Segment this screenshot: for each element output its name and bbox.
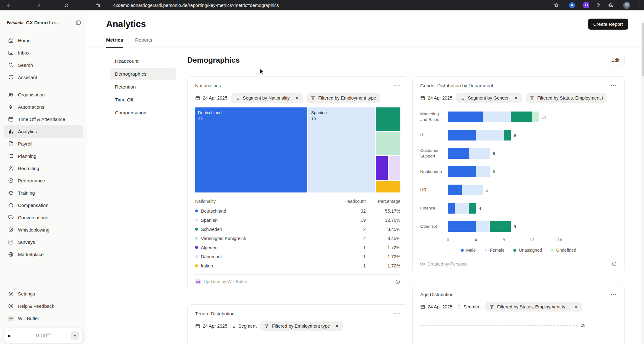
subnav-item-headcount[interactable]: Headcount [110,55,176,67]
bar-segment-female[interactable] [476,221,490,232]
browser-back-button[interactable] [5,1,13,9]
bar-segment-male[interactable] [448,166,476,177]
sidebar-item-whistleblowing[interactable]: Whistleblowing [4,224,83,236]
bar-segment-unassigned[interactable] [469,203,476,214]
remove-segment-button[interactable]: ✕ [295,95,299,100]
info-button[interactable] [612,261,617,267]
remove-filter-button[interactable]: ✕ [574,304,578,309]
sidebar-item-organisation[interactable]: Organisation [4,89,83,101]
extension-1password-button[interactable] [568,1,576,9]
location-pin-button[interactable] [594,1,602,9]
bar-segment-female[interactable] [483,112,511,122]
sidebar-item-time-off-attendance[interactable]: Time Off & Attendance [4,113,83,125]
scrollbar-thumb[interactable] [642,23,644,76]
card-menu-button[interactable]: ··· [394,84,400,87]
bar-segment-female[interactable] [476,166,490,177]
edit-button[interactable]: Edit [606,55,625,65]
browser-reload-button[interactable] [62,1,70,9]
sidebar-item-payroll[interactable]: Payroll [4,138,83,150]
scrollbar[interactable] [641,21,644,344]
sidebar-item-user-profile[interactable]: WB Will Butler [4,312,83,324]
nationality-row[interactable]: Algerien 1 1.72% [195,243,400,252]
profile-avatar[interactable] [623,1,630,9]
site-settings-button[interactable] [94,1,102,9]
browser-menu-button[interactable]: ⋮ [635,1,643,9]
tab-reports[interactable]: Reports [135,37,152,48]
remove-filter-button[interactable]: ✕ [335,324,339,329]
browser-forward-button[interactable] [35,1,42,9]
bar-segment-undefined[interactable] [532,112,539,122]
bar-segment-unassigned[interactable] [490,221,511,232]
bar-segment-male[interactable] [448,221,476,232]
treemap-block-Deutschland[interactable]: Deutschland32 [195,107,307,192]
sidebar-item-search[interactable]: Search [4,59,83,71]
bar-segment-male[interactable] [448,185,462,195]
treemap-block-Vereinigtes Königreich[interactable] [376,132,400,156]
card-menu-button[interactable]: ··· [611,84,617,87]
url-bar[interactable]: cxdemoleonardogerardi.personio.de/report… [113,0,279,10]
bar-segment-female[interactable] [469,148,490,159]
tab-metrics[interactable]: Metrics [106,37,123,48]
bar-segment-male[interactable] [448,112,483,122]
bar-segment-male[interactable] [448,148,469,159]
subnav-item-compensation[interactable]: Compensation [110,106,176,119]
sidebar-item-training[interactable]: Training [4,187,83,199]
stop-button[interactable]: ■ [71,331,79,340]
subnav-item-retention[interactable]: Retention [110,81,176,93]
bar-segment-unassigned[interactable] [511,112,532,122]
sidebar-item-inbox[interactable]: Inbox [4,47,83,59]
filter-chip[interactable]: Filtered by Status, Employment ty... ✕ [485,302,582,312]
sidebar-item-compensation[interactable]: Compensation [4,199,83,211]
filter-chip[interactable]: Filtered by Status, Employment t [526,93,607,103]
sidebar-item-home[interactable]: Home [4,34,83,47]
sidebar-collapse-button[interactable] [76,20,81,26]
treemap-block-Schweden[interactable] [376,107,400,131]
nationality-row[interactable]: Deutschland 32 55.17% [195,206,400,215]
create-report-button[interactable]: Create Report [588,19,628,30]
nationality-row[interactable]: Schweden 2 3.45% [195,225,400,234]
sidebar-item-help-feedback[interactable]: Help & Feedback [4,300,83,312]
bar-segment-female[interactable] [476,130,504,140]
filter-chip[interactable]: Filtered by Employment type ✕ [260,321,343,331]
filter-chip[interactable]: Filtered by Employment type [307,93,380,103]
date-filter[interactable]: 24 Apr 2025 [195,324,227,329]
info-button[interactable] [395,279,400,284]
nationality-row[interactable]: Italien 1 1.72% [195,261,400,270]
treemap-block-Spanien[interactable]: Spanien19 [308,107,375,192]
sidebar-item-recruiting[interactable]: Recruiting [4,162,83,175]
date-filter[interactable]: 24 Apr 2025 [420,95,452,100]
subnav-item-demographics[interactable]: Demographics [110,68,176,80]
bar-segment-male[interactable] [448,130,476,140]
bar-segment-unassigned[interactable] [504,130,511,140]
bar-segment-female[interactable] [462,185,483,195]
sidebar-item-planning[interactable]: Planning [4,150,83,162]
date-filter[interactable]: 24 Apr 2025 [420,304,452,309]
nationality-row[interactable]: Vereinigtes Königreich 2 3.45% [195,234,400,243]
play-button[interactable]: ▶ [8,333,16,338]
sidebar-item-performance[interactable]: Performance [4,175,83,187]
sidebar-item-surveys[interactable]: Surveys [4,236,83,248]
sidebar-item-assistant[interactable]: Assistant [4,71,83,83]
segment-label[interactable]: Segment [456,304,482,309]
date-filter[interactable]: 24 Apr 2025 [195,95,227,100]
segment-chip[interactable]: Segment by Gender ✕ [456,93,522,103]
nationality-row[interactable]: Spanien 19 32.76% [195,215,400,225]
extensions-menu-button[interactable] [607,1,615,9]
sidebar-item-settings[interactable]: Settings [4,288,83,300]
sidebar-item-automations[interactable]: Automations [4,101,83,113]
segment-chip[interactable]: Segment by Nationality ✕ [231,93,303,103]
sidebar-item-analytics[interactable]: Analytics [4,125,83,138]
segment-label[interactable]: Segment [231,324,257,329]
subnav-item-time-off[interactable]: Time Off [110,94,176,106]
card-menu-button[interactable]: ··· [394,312,400,315]
nationality-row[interactable]: Dänemark 1 1.72% [195,252,400,261]
sidebar-item-conversations[interactable]: Conversations [4,211,83,224]
sidebar-item-marketplace[interactable]: Marketplace [4,248,83,261]
bar-segment-male[interactable] [448,203,455,214]
bookmark-star-button[interactable] [552,1,560,9]
treemap-block-Algerien[interactable] [376,156,387,180]
extension-purple-button[interactable] [582,1,590,9]
bar-segment-female[interactable] [455,203,469,214]
remove-segment-button[interactable]: ✕ [514,95,518,100]
card-menu-button[interactable]: ··· [611,293,617,296]
